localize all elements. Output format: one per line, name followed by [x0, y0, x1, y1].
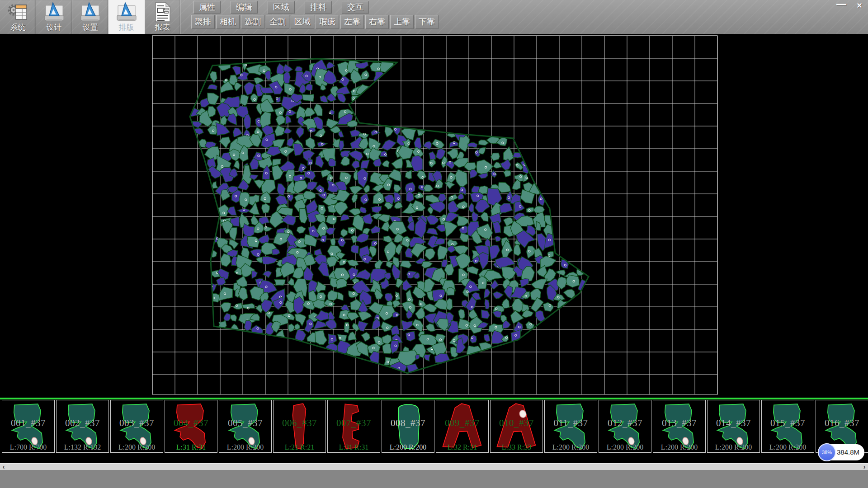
piece-thumbnail-3[interactable]: 003_#37L:200 R:200 [110, 400, 163, 453]
settings-ruler-icon [80, 2, 101, 23]
horizontal-scrollbar[interactable]: ‹ › [0, 463, 868, 470]
piece-counts: L:200 R:200 [219, 443, 271, 451]
tool-button-3[interactable]: 选割 [241, 15, 264, 29]
piece-id: 005_#37 [219, 418, 271, 429]
piece-id: 006_#37 [274, 418, 326, 429]
app-button-label: 设置 [83, 23, 98, 33]
piece-thumbnail-10[interactable]: 010_#37L:33 R:33 [490, 400, 543, 453]
piece-thumbnail-4[interactable]: 004_#37L:31 R:31 [165, 400, 217, 453]
piece-counts: L:200 R:200 [545, 443, 597, 451]
piece-id: 010_#37 [491, 418, 542, 429]
menu-button-1[interactable]: 属性 [193, 1, 221, 14]
app-button-system[interactable]: 系统 [0, 0, 36, 34]
menu-button-2[interactable]: 编辑 [231, 1, 258, 14]
piece-counts: L:31 R:31 [328, 443, 380, 451]
piece-id: 012_#37 [599, 418, 651, 429]
piece-thumbnail-5[interactable]: 005_#37L:200 R:200 [219, 400, 272, 453]
nesting-canvas-svg [0, 34, 868, 398]
report-icon [152, 2, 174, 23]
piece-counts: L:200 R:200 [708, 443, 760, 451]
piece-thumbnail-12[interactable]: 012_#37L:200 R:200 [599, 400, 651, 453]
piece-counts: L:132 R:132 [57, 443, 108, 451]
close-button[interactable]: × [853, 0, 866, 11]
piece-id: 001_#37 [2, 418, 54, 429]
piece-counts: L:200 R:200 [111, 443, 163, 451]
design-ruler-icon [43, 2, 65, 23]
piece-id: 016_#37 [816, 418, 868, 429]
piece-thumbnail-14[interactable]: 014_#37L:200 R:200 [707, 400, 760, 453]
system-gear-icon [7, 2, 29, 23]
tool-button-1[interactable]: 聚排 [191, 15, 215, 29]
piece-thumbnail-6[interactable]: 006_#37L:21 R:21 [273, 400, 326, 453]
minimize-button[interactable]: — [835, 0, 848, 11]
piece-id: 008_#37 [382, 418, 434, 429]
app-button-nesting[interactable]: 排版 [108, 0, 145, 34]
menu-button-3[interactable]: 区域 [268, 1, 295, 14]
menu-row-secondary: 聚排相机选割全割区域瑕疵左靠右靠上靠下靠 [191, 15, 439, 29]
menu-button-5[interactable]: 交互 [342, 1, 369, 14]
piece-id: 014_#37 [708, 418, 760, 429]
app-buttons: 系统 设计 设置 [0, 0, 181, 34]
tool-button-6[interactable]: 瑕疵 [316, 15, 339, 29]
app-button-label: 排版 [119, 23, 134, 33]
piece-thumbnail-9[interactable]: 009_#37L:32 R:31 [436, 400, 489, 453]
window-controls: — × [835, 0, 866, 11]
app-button-label: 系统 [10, 23, 26, 33]
piece-id: 003_#37 [111, 418, 163, 429]
piece-thumbnail-13[interactable]: 013_#37L:200 R:200 [653, 400, 706, 453]
app-button-report[interactable]: 报表 [145, 0, 181, 34]
piece-counts: L:700 R:700 [2, 443, 54, 451]
tool-button-2[interactable]: 相机 [216, 15, 240, 29]
piece-counts: L:200 R:200 [382, 443, 434, 451]
piece-thumbnail-8[interactable]: 008_#37L:200 R:200 [382, 400, 434, 453]
menu-button-4[interactable]: 排料 [305, 1, 332, 14]
nested-pieces [189, 59, 590, 376]
piece-counts: L:21 R:21 [274, 443, 326, 451]
piece-thumbnail-strip: 001_#37L:700 R:700002_#37L:132 R:132003_… [0, 399, 868, 453]
piece-id: 009_#37 [436, 418, 488, 429]
tool-button-5[interactable]: 区域 [291, 15, 314, 29]
tool-button-10[interactable]: 下靠 [415, 15, 439, 29]
piece-counts: L:33 R:33 [491, 443, 542, 451]
status-bar [0, 470, 868, 488]
toolbar: 系统 设计 设置 [0, 0, 868, 34]
piece-thumbnail-11[interactable]: 011_#37L:200 R:200 [544, 400, 597, 453]
piece-thumbnail-7[interactable]: 007_#37L:31 R:31 [327, 400, 380, 453]
piece-id: 004_#37 [165, 418, 217, 429]
app-button-label: 设计 [47, 23, 62, 33]
tool-button-7[interactable]: 左靠 [340, 15, 364, 29]
piece-id: 013_#37 [653, 418, 705, 429]
piece-counts: L:200 R:200 [599, 443, 651, 451]
app-button-design[interactable]: 设计 [36, 0, 72, 34]
piece-counts: L:200 R:200 [653, 443, 705, 451]
piece-counts: L:31 R:31 [165, 443, 217, 451]
piece-id: 011_#37 [545, 418, 597, 429]
progress-badge: 38% [818, 443, 836, 461]
piece-id: 007_#37 [328, 418, 380, 429]
piece-id: 002_#37 [57, 418, 108, 429]
nesting-canvas[interactable] [0, 34, 868, 398]
app-button-label: 报表 [155, 23, 170, 33]
nesting-ruler-icon [116, 2, 137, 23]
piece-thumbnail-1[interactable]: 001_#37L:700 R:700 [2, 400, 55, 453]
status-pill: 38% 384.8M [818, 444, 864, 460]
piece-id: 015_#37 [762, 418, 814, 429]
memory-usage: 384.8M [837, 444, 859, 460]
tool-button-4[interactable]: 全割 [266, 15, 289, 29]
piece-thumbnail-2[interactable]: 002_#37L:132 R:132 [56, 400, 109, 453]
piece-thumbnail-15[interactable]: 015_#37L:200 R:200 [761, 400, 814, 453]
scroll-right-icon[interactable]: › [861, 464, 868, 470]
scroll-left-icon[interactable]: ‹ [0, 464, 7, 470]
piece-counts: L:32 R:31 [436, 443, 488, 451]
app-window: { "window": { "controls": { "minimize": … [0, 0, 868, 488]
tool-button-8[interactable]: 右靠 [365, 15, 389, 29]
menu-row-primary: 属性编辑区域排料交互 [193, 1, 369, 14]
tool-button-9[interactable]: 上靠 [390, 15, 414, 29]
piece-counts: L:200 R:200 [762, 443, 814, 451]
app-button-settings[interactable]: 设置 [72, 0, 108, 34]
